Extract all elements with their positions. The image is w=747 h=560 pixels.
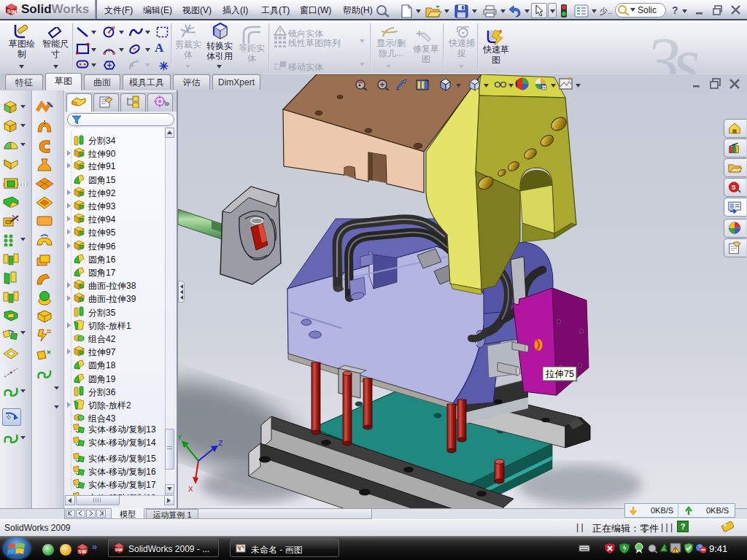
svg-text:X: X xyxy=(188,485,193,494)
svg-text:SW: SW xyxy=(115,547,123,552)
svg-text:S: S xyxy=(731,184,735,191)
svg-text:!: ! xyxy=(675,548,676,553)
svg-text:W: W xyxy=(12,9,18,15)
svg-text:S: S xyxy=(7,8,11,15)
svg-text:Y: Y xyxy=(178,433,182,442)
svg-text:拉伸75: 拉伸75 xyxy=(545,369,574,379)
svg-text:SW: SW xyxy=(78,549,87,554)
svg-text:Z: Z xyxy=(218,439,223,448)
